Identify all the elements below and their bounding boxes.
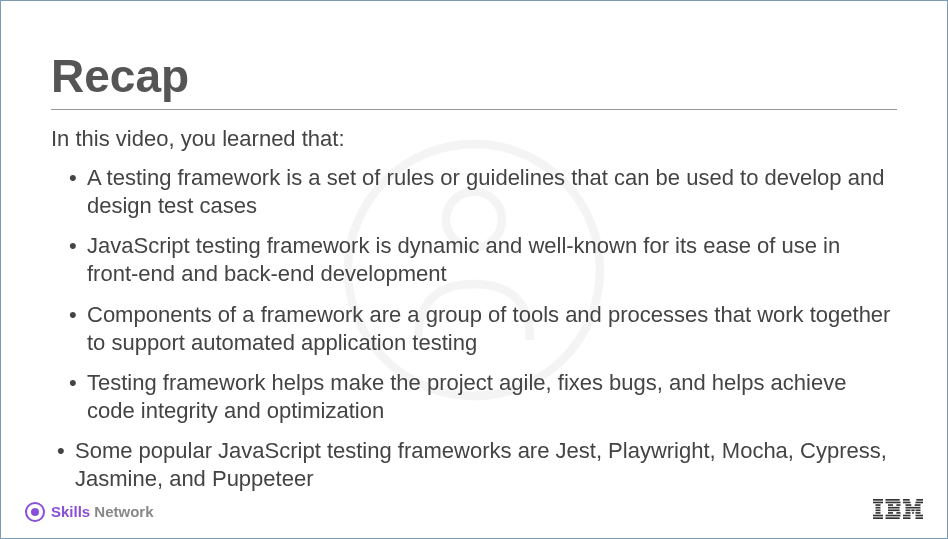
bullet-list: A testing framework is a set of rules or… (51, 164, 897, 494)
skills-network-icon (25, 502, 45, 522)
intro-text: In this video, you learned that: (51, 126, 897, 152)
svg-rect-36 (916, 517, 924, 519)
svg-rect-11 (886, 502, 901, 504)
svg-rect-5 (876, 507, 881, 509)
svg-rect-6 (876, 509, 881, 511)
svg-rect-12 (888, 504, 893, 506)
svg-rect-18 (886, 515, 901, 517)
svg-rect-16 (888, 512, 893, 514)
bullet-item: Components of a framework are a group of… (69, 301, 897, 357)
svg-rect-31 (912, 512, 914, 514)
svg-rect-26 (906, 507, 921, 509)
svg-rect-22 (903, 502, 911, 504)
svg-rect-2 (873, 499, 883, 501)
network-label: Network (90, 503, 153, 520)
svg-rect-10 (886, 499, 900, 501)
title-underline (51, 109, 897, 110)
svg-rect-7 (876, 512, 881, 514)
svg-rect-32 (916, 512, 921, 514)
slide-title: Recap (51, 49, 897, 103)
skills-label: Skills (51, 503, 90, 520)
ibm-logo (873, 499, 923, 524)
svg-rect-33 (903, 515, 911, 517)
svg-rect-25 (915, 504, 921, 506)
svg-rect-9 (873, 517, 883, 519)
svg-rect-27 (906, 509, 911, 511)
svg-rect-30 (906, 512, 911, 514)
svg-rect-3 (873, 502, 883, 504)
svg-rect-28 (911, 509, 914, 511)
svg-rect-4 (876, 504, 881, 506)
slide-content: Recap In this video, you learned that: A… (1, 1, 947, 494)
svg-rect-15 (888, 509, 900, 511)
svg-rect-29 (916, 509, 921, 511)
svg-rect-24 (906, 504, 912, 506)
svg-rect-17 (896, 512, 900, 514)
svg-rect-19 (886, 517, 900, 519)
slide-footer: Skills Network (1, 499, 947, 524)
skills-network-text: Skills Network (51, 503, 154, 520)
svg-rect-34 (916, 515, 924, 517)
svg-rect-20 (903, 499, 910, 501)
bullet-item: A testing framework is a set of rules or… (69, 164, 897, 220)
svg-rect-35 (903, 517, 911, 519)
svg-rect-8 (873, 515, 883, 517)
bullet-item: Some popular JavaScript testing framewor… (57, 437, 897, 493)
svg-rect-23 (916, 502, 924, 504)
skills-network-logo: Skills Network (25, 502, 154, 522)
svg-rect-21 (916, 499, 923, 501)
bullet-item: Testing framework helps make the project… (69, 369, 897, 425)
svg-rect-13 (896, 504, 900, 506)
svg-rect-14 (888, 507, 900, 509)
bullet-item: JavaScript testing framework is dynamic … (69, 232, 897, 288)
